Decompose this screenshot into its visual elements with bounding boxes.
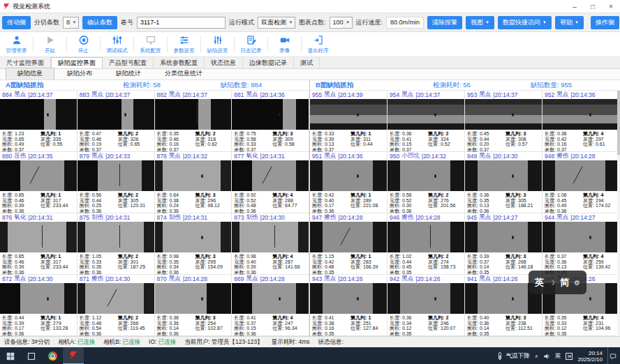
measure-line: 长度: 0.40 [467, 315, 505, 321]
confirm-count-button[interactable]: 确认条数 [82, 16, 117, 29]
defect-cell[interactable]: 873 划伤 |20:14:30 长度: 0.98宽度: 0.40面积: 0.3… [232, 213, 309, 275]
language-indicator[interactable]: 英 [555, 352, 561, 361]
measure-line: 面积: 0.20 [467, 142, 505, 147]
defect-cell[interactable]: 877 氧化 |20:14:31 长度: 0.92宽度: 0.52面积: 0.4… [232, 152, 309, 213]
subtab-3[interactable]: 分类信息统计 [154, 68, 214, 79]
slit-count-select[interactable]: 8 ▼ [63, 17, 79, 29]
ime-language-widget[interactable]: 英 ☽ 简 ⚙ [529, 271, 586, 294]
ime-mode-icon[interactable]: M [566, 353, 573, 360]
help-menu-button[interactable]: 帮助 ▼ [555, 16, 584, 29]
scrollbar-thumb[interactable] [617, 91, 620, 155]
window-title: 视觉检测系统 [13, 2, 50, 11]
defect-cell[interactable]: 872 黑点 |20:14:30 长度: 0.44宽度: 0.39面积: 0.1… [0, 275, 78, 336]
iconbar-button-play[interactable]: 开始 [34, 32, 66, 56]
position-line: 第几列: 3 [272, 131, 307, 137]
defect-cell[interactable]: 871 擦伤 |20:14:30 长度: 1.12宽度: 0.48面积: 0.5… [78, 275, 155, 336]
defect-cell[interactable]: 952 黑点 |20:14:36 长度: 0.38宽度: 0.42面积: 0.1… [542, 91, 620, 152]
browser-taskbar-button[interactable] [42, 347, 63, 364]
defect-cell[interactable]: 884 黑点 |20:14:37 长度: 1.23宽度: 0.65面积: 0.4… [0, 91, 78, 152]
vertical-scrollbar[interactable] [617, 91, 620, 336]
defect-cell[interactable]: 875 划伤 |20:14:31 长度: 1.05宽度: 0.33面积: 0.3… [78, 213, 155, 275]
defect-cell[interactable]: 874 划伤 |20:14:31 长度: 0.98宽度: 0.35面积: 0.3… [155, 213, 232, 275]
thermometer-icon[interactable] [499, 352, 501, 360]
iconbar-button-monitor[interactable]: 系统配置 [134, 32, 167, 56]
defect-cell-header: 877 氧化 |20:14:31 [232, 152, 309, 160]
measure-line: 宽度: 0.44 [467, 137, 505, 142]
defect-cell[interactable]: 942 黑点 |20:14:26 长度: 0.36宽度: 0.34面积: 0.1… [388, 275, 465, 336]
defect-cell[interactable]: 953 黑点 |20:14:37 长度: 0.45宽度: 0.44面积: 0.2… [465, 91, 542, 152]
iconbar-button-camera[interactable]: 录像 [268, 32, 301, 56]
defect-cell[interactable]: 948 擦伤 |20:14:28 长度: 1.08宽度: 0.45面积: 0.4… [542, 152, 620, 213]
subtab-1[interactable]: 缺陷分布 [56, 68, 103, 79]
run-mode-select[interactable]: 双面检测 ▼ [258, 17, 295, 29]
defect-cell[interactable]: 882 黑点 |20:14:37 长度: 0.35宽度: 0.46面积: 0.1… [155, 91, 232, 152]
defect-position-info: 第几列: 3灰度: 296位置: 98.12 [195, 192, 229, 213]
speaker-icon[interactable] [543, 353, 550, 360]
ime-english-toggle[interactable]: 英 [535, 276, 544, 289]
defect-cell[interactable]: 946 擦伤 |20:14:28 长度: 1.02宽度: 0.44面积: 0.4… [388, 213, 465, 275]
chart-points-select[interactable]: 100 ▼ [330, 17, 353, 29]
defect-cell[interactable]: 950 小凹坑 |20:14:32 长度: 0.58宽度: 0.52面积: 0.… [388, 152, 465, 213]
clock[interactable]: 20:14 2025/2/10 [577, 350, 603, 363]
defect-cell[interactable]: 954 黑点 |20:14:37 长度: 0.36宽度: 0.41面积: 0.1… [388, 91, 465, 152]
view-menu-button[interactable]: 视图 ▼ [466, 16, 494, 29]
defect-measurements: 长度: 0.35宽度: 0.46面积: 0.16米数: 0.37 [157, 131, 195, 152]
defect-cell[interactable]: 878 黑点 |20:14:32 长度: 0.64宽度: 0.38面积: 0.2… [155, 152, 232, 213]
iconbar-button-debug-sliders[interactable]: 调试模式 [101, 32, 133, 56]
iconbar-button-user[interactable]: 管理登录 [0, 32, 33, 56]
defect-cell[interactable]: 879 黑点 |20:14:33 长度: 0.56宽度: 0.44面积: 0.2… [78, 152, 155, 213]
roll-number-input[interactable] [137, 17, 226, 29]
defect-cell[interactable]: 947 擦伤 |20:14:28 长度: 1.15宽度: 0.42面积: 0.4… [310, 213, 388, 275]
defect-cell[interactable]: 876 氧化 |20:14:31 长度: 0.85宽度: 0.46面积: 0.3… [0, 213, 78, 275]
subtab-2[interactable]: 缺陷统计 [105, 68, 152, 79]
defect-measurements: 长度: 0.36宽度: 0.35面积: 0.13米数: 0.36 [467, 192, 505, 213]
detection-app-taskbar-button[interactable] [63, 347, 84, 364]
defect-cell[interactable]: 944 黑点 |20:14:27 长度: 0.37宽度: 0.36面积: 0.1… [542, 213, 620, 275]
defect-cell[interactable]: 880 压伤 |20:14:35 长度: 0.85宽度: 0.46面积: 0.3… [0, 152, 78, 213]
defect-cell[interactable]: 945 黑点 |20:14:27 长度: 0.39宽度: 0.37面积: 0.1… [465, 213, 542, 275]
position-line: 位置: 166.39 [350, 264, 385, 270]
maximize-button[interactable]: □ [584, 0, 602, 13]
defect-cell[interactable]: 883 黑点 |20:14:37 长度: 0.47宽度: 0.46面积: 0.1… [78, 91, 155, 152]
tray-expand-caret[interactable]: ∧ [535, 354, 538, 359]
tab-0[interactable]: 尺寸监控界面 [0, 57, 51, 68]
defect-cell[interactable]: 869 黑点 |20:14:28 长度: 0.41宽度: 0.37面积: 0.1… [232, 275, 309, 336]
iconbar-button-defect-sliders[interactable]: 缺陷设置 [201, 32, 234, 56]
weather-text[interactable]: 气温下降 [506, 352, 530, 361]
defect-cell[interactable]: 949 黑点 |20:14:30 长度: 0.36宽度: 0.35面积: 0.1… [465, 152, 542, 213]
tab-6[interactable]: 测试 [294, 57, 320, 68]
moon-icon[interactable]: ☽ [549, 279, 555, 287]
tab-1[interactable]: 缺陷监控界面 [51, 57, 103, 68]
task-view-button[interactable] [21, 347, 42, 364]
defect-cell[interactable]: 955 黑点 |20:14:39 长度: 0.33宽度: 0.39面积: 0.1… [310, 91, 388, 152]
tab-2[interactable]: 产品型号配置 [103, 57, 154, 68]
iconbar-button-log[interactable]: 日志记录 [235, 32, 267, 56]
tab-5[interactable]: 边缘数据记录 [243, 57, 294, 68]
close-button[interactable]: × [602, 0, 620, 13]
gear-icon[interactable]: ⚙ [574, 279, 580, 287]
defect-cell-header: 875 划伤 |20:14:31 [78, 213, 154, 222]
position-line: 灰度: 317 [40, 259, 75, 265]
iconbar-button-stop[interactable]: 停止 [67, 32, 100, 56]
subtab-0[interactable]: 缺陷信息 [6, 68, 54, 79]
position-line: 第几列: 4 [583, 315, 617, 321]
ime-simplified-toggle[interactable]: 简 [560, 276, 569, 289]
drive-side-button[interactable]: 传动侧 [2, 16, 31, 29]
operator-side-button[interactable]: 操作侧 [591, 16, 619, 29]
data-access-menu-button[interactable]: 数据快捷访问 ▼ [498, 16, 552, 29]
defect-cell[interactable]: 881 黑点 |20:14:36 长度: 0.75宽度: 0.58面积: 0.3… [232, 91, 309, 152]
defect-cell[interactable]: 943 黑点 |20:14:26 长度: 0.41宽度: 0.38面积: 0.1… [310, 275, 388, 336]
start-button[interactable] [0, 347, 21, 364]
defect-cell[interactable]: 951 黑点 |20:14:36 长度: 0.42宽度: 0.40面积: 0.1… [310, 152, 388, 213]
measure-line: 长度: 0.85 [2, 192, 40, 198]
minimize-button[interactable]: – [566, 0, 584, 13]
defect-time: |20:14:28 [338, 214, 362, 221]
tab-3[interactable]: 系统参数配置 [154, 57, 205, 68]
position-line: 第几列: 4 [583, 131, 617, 137]
clear-alarm-button[interactable]: 清除报警 [427, 16, 462, 29]
defect-cell[interactable]: 870 黑点 |20:14:28 长度: 0.38宽度: 0.36面积: 0.1… [155, 275, 232, 336]
action-center-button[interactable] [607, 347, 617, 364]
iconbar-button-exit[interactable]: 退出程序 [302, 32, 334, 56]
tab-4[interactable]: 状态信息 [205, 57, 243, 68]
iconbar-button-params-sliders[interactable]: 参数设置 [168, 32, 200, 56]
